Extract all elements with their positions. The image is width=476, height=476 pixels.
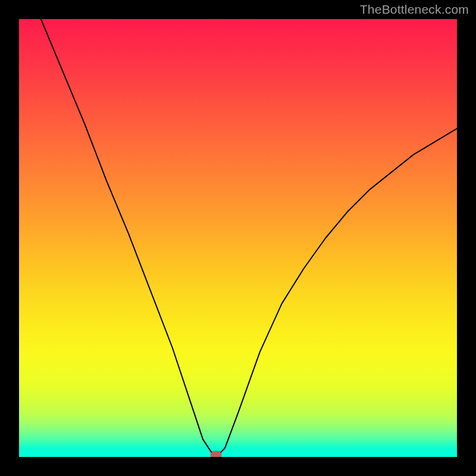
bottleneck-curve xyxy=(41,19,457,457)
chart-frame: TheBottleneck.com xyxy=(0,0,476,476)
curve-svg xyxy=(19,19,457,457)
plot-area xyxy=(19,19,457,457)
minimum-marker xyxy=(211,451,221,457)
watermark-text: TheBottleneck.com xyxy=(360,2,469,17)
